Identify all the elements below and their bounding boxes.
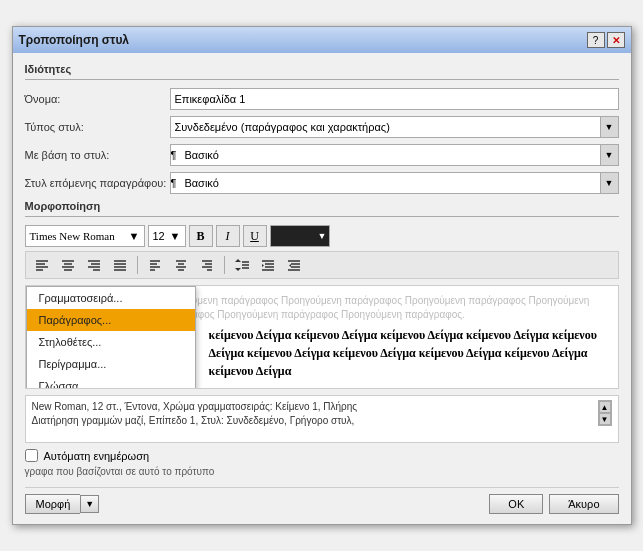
svg-marker-28 (235, 259, 241, 262)
line-spacing-icon (234, 258, 250, 272)
indent-increase-icon (261, 259, 275, 272)
align-left-icon (35, 259, 49, 272)
based-on-row: Με βάση το στυλ: ¶ Βασικό ▼ (25, 144, 619, 166)
help-button[interactable]: ? (587, 32, 605, 48)
next-para-arrow[interactable]: ▼ (600, 173, 618, 193)
font-color-picker[interactable]: ▼ (270, 225, 330, 247)
alignment-toolbar (25, 251, 619, 279)
menu-item-paragraph[interactable]: Παράγραφος... (27, 309, 195, 331)
scroll-up-button[interactable]: ▲ (599, 401, 611, 413)
ok-button[interactable]: OK (489, 494, 543, 514)
next-para-select[interactable]: ¶ Βασικό ▼ (170, 172, 619, 194)
svg-marker-42 (289, 264, 291, 267)
morfi-main-button[interactable]: Μορφή (25, 494, 81, 514)
align-center-icon (61, 259, 75, 272)
align-center2-icon (174, 259, 188, 272)
format-section-label: Μορφοποίηση (25, 200, 619, 212)
align-center2-button[interactable] (169, 255, 193, 275)
dialog-title: Τροποποίηση στυλ (19, 33, 130, 47)
style-type-select[interactable]: Συνδεδεμένο (παράγραφος και χαρακτήρας) … (170, 116, 619, 138)
next-para-pilcrow: ¶ (171, 177, 177, 189)
underline-button[interactable]: U (243, 225, 267, 247)
based-on-label: Με βάση το στυλ: (25, 149, 170, 161)
scroll-down-button[interactable]: ▼ (599, 413, 611, 425)
align-left2-icon (148, 259, 162, 272)
close-button[interactable]: ✕ (607, 32, 625, 48)
menu-item-language[interactable]: Γλώσσα... (27, 375, 195, 389)
size-select[interactable]: 12 ▼ (148, 225, 186, 247)
format-dropdown-menu: Γραμματοσειρά... Παράγραφος... Στηλοθέτε… (26, 286, 196, 389)
dialog-body: Ιδιότητες Όνομα: Τύπος στυλ: Συνδεδεμένο… (13, 53, 631, 524)
modify-style-dialog: Τροποποίηση στυλ ? ✕ Ιδιότητες Όνομα: Τύ… (12, 26, 632, 525)
cancel-button[interactable]: Άκυρο (549, 494, 618, 514)
style-type-arrow[interactable]: ▼ (600, 117, 618, 137)
align-right-icon (87, 259, 101, 272)
font-toolbar: Times New Roman ▼ 12 ▼ B I U ▼ (25, 225, 619, 247)
svg-marker-29 (235, 268, 241, 271)
morfi-button-group: Μορφή ▼ (25, 494, 100, 514)
bold-button[interactable]: B (189, 225, 213, 247)
description-text: New Roman, 12 στ., Έντονα, Χρώμα γραμματ… (32, 400, 595, 428)
next-para-row: Στυλ επόμενης παραγράφου: ¶ Βασικό ▼ (25, 172, 619, 194)
align-left2-button[interactable] (143, 255, 167, 275)
bottom-row: Μορφή ▼ OK Άκυρο (25, 487, 619, 514)
preview-area: Προηγούμενη παράγραφος Προηγούμενη παράγ… (25, 285, 619, 389)
indent-increase-button[interactable] (256, 255, 280, 275)
name-row: Όνομα: (25, 88, 619, 110)
note-text: γραφα που βασίζονται σε αυτό το πρότυπο (25, 466, 619, 477)
align-right2-button[interactable] (195, 255, 219, 275)
font-size: 12 (153, 230, 165, 242)
preview-sample-text: κείμενου Δείγμα κείμενου Δείγμα κείμενου… (209, 326, 610, 380)
morfi-dropdown-button[interactable]: ▼ (80, 495, 99, 513)
auto-update-row: Αυτόματη ενημέρωση (25, 449, 619, 462)
style-type-label: Τύπος στυλ: (25, 121, 170, 133)
menu-item-border[interactable]: Περίγραμμα... (27, 353, 195, 375)
svg-marker-37 (262, 264, 264, 267)
color-arrow: ▼ (318, 231, 327, 241)
title-bar: Τροποποίηση στυλ ? ✕ (13, 27, 631, 53)
font-name: Times New Roman (30, 230, 115, 242)
auto-update-checkbox[interactable] (25, 449, 38, 462)
title-bar-buttons: ? ✕ (587, 32, 625, 48)
align-center-button[interactable] (56, 255, 80, 275)
based-on-select[interactable]: ¶ Βασικό ▼ (170, 144, 619, 166)
menu-item-tabs[interactable]: Στηλοθέτες... (27, 331, 195, 353)
font-select-arrow: ▼ (129, 230, 140, 242)
style-type-row: Τύπος στυλ: Συνδεδεμένο (παράγραφος και … (25, 116, 619, 138)
indent-decrease-button[interactable] (282, 255, 306, 275)
name-input[interactable] (170, 88, 619, 110)
align-left-button[interactable] (30, 255, 54, 275)
line-spacing-button[interactable] (230, 255, 254, 275)
description-scrollbar: ▲ ▼ (598, 400, 612, 426)
size-select-arrow: ▼ (170, 230, 181, 242)
align-right2-icon (200, 259, 214, 272)
preview-sample-wrapper: κείμενου Δείγμα κείμενου Δείγμα κείμενου… (209, 326, 610, 380)
align-justify-button[interactable] (108, 255, 132, 275)
name-label: Όνομα: (25, 93, 170, 105)
description-area: New Roman, 12 στ., Έντονα, Χρώμα γραμματ… (25, 395, 619, 443)
align-justify-icon (113, 259, 127, 272)
next-para-label: Στυλ επόμενης παραγράφου: (25, 177, 170, 189)
toolbar-separator-1 (137, 256, 138, 274)
font-select[interactable]: Times New Roman ▼ (25, 225, 145, 247)
italic-button[interactable]: I (216, 225, 240, 247)
menu-item-font[interactable]: Γραμματοσειρά... (27, 287, 195, 309)
style-type-value: Συνδεδεμένο (παράγραφος και χαρακτήρας) (171, 121, 600, 133)
action-buttons: OK Άκυρο (489, 494, 618, 514)
indent-decrease-icon (287, 259, 301, 272)
based-on-value: Βασικό (180, 149, 599, 161)
next-para-value: Βασικό (180, 177, 599, 189)
based-on-arrow[interactable]: ▼ (600, 145, 618, 165)
toolbar-separator-2 (224, 256, 225, 274)
align-right-button[interactable] (82, 255, 106, 275)
auto-update-label: Αυτόματη ενημέρωση (44, 450, 150, 462)
properties-section-label: Ιδιότητες (25, 63, 619, 75)
based-on-pilcrow: ¶ (171, 149, 177, 161)
